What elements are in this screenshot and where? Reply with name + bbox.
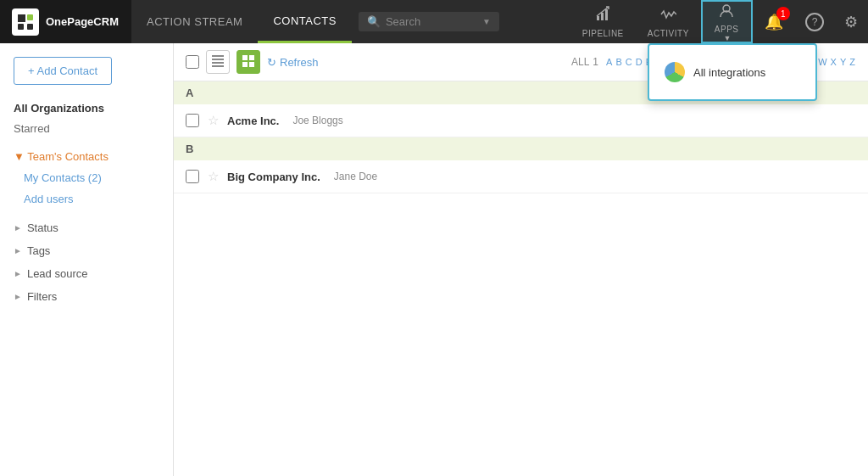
sidebar-item-tags[interactable]: ► Tags: [0, 239, 173, 262]
settings-button[interactable]: ⚙: [834, 0, 868, 43]
select-all-checkbox[interactable]: [186, 55, 199, 69]
alpha-letter-c[interactable]: C: [625, 56, 633, 68]
grid-view-icon: [242, 55, 254, 70]
logo-area: OnePageCRM: [0, 0, 131, 43]
svg-rect-14: [242, 62, 248, 67]
top-navigation: OnePageCRM ACTION STREAM CONTACTS 🔍 ▼ PI…: [0, 0, 868, 43]
add-contact-button[interactable]: + Add Contact: [14, 57, 112, 85]
svg-rect-12: [242, 55, 248, 60]
star-icon-big[interactable]: ☆: [208, 169, 219, 184]
star-icon-acme[interactable]: ☆: [208, 113, 219, 128]
svg-rect-10: [212, 62, 224, 64]
sidebar-all-orgs-group: All Organizations Starred: [0, 98, 173, 139]
all-count-label: ALL 1: [571, 56, 598, 68]
svg-rect-11: [212, 65, 224, 67]
contact-checkbox-big[interactable]: [186, 170, 199, 183]
search-input[interactable]: [386, 15, 479, 28]
sidebar-item-my-contacts[interactable]: My Contacts (2): [0, 167, 173, 188]
contact-person-acme: Joe Bloggs: [292, 115, 342, 126]
activity-label: ACTIVITY: [648, 29, 689, 38]
list-view-icon: [212, 55, 224, 70]
all-integrations-label: All integrations: [693, 66, 765, 79]
help-button[interactable]: ?: [795, 0, 834, 43]
teams-contacts-caret: ▼: [14, 150, 27, 163]
alpha-letter-a[interactable]: A: [605, 56, 613, 68]
all-integrations-item[interactable]: All integrations: [649, 53, 815, 91]
nav-apps[interactable]: APPS ▼: [701, 0, 753, 43]
sidebar-item-all-organizations[interactable]: All Organizations: [0, 98, 173, 118]
search-bar[interactable]: 🔍 ▼: [359, 12, 499, 31]
apps-dropdown: All integrations: [648, 43, 817, 101]
apps-icon: [718, 2, 735, 23]
sidebar-item-filters[interactable]: ► Filters: [0, 285, 173, 308]
sidebar: + Add Contact All Organizations Starred …: [0, 43, 174, 476]
alpha-letter-w[interactable]: W: [817, 56, 827, 68]
topnav-right-section: PIPELINE ACTIVITY APPS ▼ 🔔: [570, 0, 868, 43]
alpha-letter-y[interactable]: Y: [839, 56, 847, 68]
svg-rect-15: [249, 62, 254, 67]
contact-company-big: Big Company Inc.: [227, 171, 320, 183]
sidebar-item-lead-source[interactable]: ► Lead source: [0, 262, 173, 285]
nav-action-stream[interactable]: ACTION STREAM: [131, 0, 258, 43]
view-list-button[interactable]: [206, 50, 230, 74]
contact-person-big: Jane Doe: [334, 171, 377, 182]
svg-rect-4: [597, 16, 599, 20]
help-icon: ?: [805, 13, 824, 31]
contacts-content: ↻ Refresh ALL 1 ABCDEFGHIJKLMNOPQRSTUVWX…: [174, 43, 868, 476]
integration-icon: [665, 62, 685, 82]
notification-badge: 1: [776, 7, 790, 20]
alpha-letter-d[interactable]: D: [635, 56, 643, 68]
logo-text: OnePageCRM: [46, 15, 119, 28]
logo-icon: [12, 8, 39, 36]
refresh-icon: ↻: [267, 56, 276, 69]
search-dropdown-arrow[interactable]: ▼: [482, 17, 491, 26]
apps-label: APPS: [715, 25, 739, 34]
apps-dropdown-arrow[interactable]: ▼: [723, 34, 731, 42]
svg-rect-9: [212, 59, 224, 60]
view-grid-button[interactable]: [236, 50, 260, 74]
svg-rect-2: [18, 24, 24, 30]
svg-rect-5: [601, 13, 604, 20]
group-header-b: B: [174, 137, 868, 160]
search-icon: 🔍: [367, 15, 381, 28]
tags-caret: ►: [14, 246, 22, 255]
pipeline-label: PIPELINE: [582, 29, 624, 38]
sidebar-item-status[interactable]: ► Status: [0, 216, 173, 239]
pipeline-icon: [594, 6, 611, 27]
contact-row[interactable]: ☆ Big Company Inc. Jane Doe: [174, 160, 868, 193]
lead-source-caret: ►: [14, 269, 22, 278]
svg-rect-1: [27, 14, 33, 20]
sidebar-item-teams-contacts[interactable]: ▼ Team's Contacts: [0, 146, 173, 167]
svg-rect-0: [18, 14, 25, 22]
nav-activity[interactable]: ACTIVITY: [636, 0, 701, 43]
svg-rect-8: [212, 55, 224, 57]
filters-caret: ►: [14, 292, 22, 301]
status-caret: ►: [14, 223, 22, 232]
svg-rect-3: [27, 24, 33, 30]
nav-pipeline[interactable]: PIPELINE: [570, 0, 636, 43]
svg-rect-13: [249, 55, 254, 60]
alpha-letter-z[interactable]: Z: [849, 56, 856, 68]
nav-contacts[interactable]: CONTACTS: [258, 0, 352, 43]
alpha-letter-b[interactable]: B: [615, 56, 622, 68]
main-layout: + Add Contact All Organizations Starred …: [0, 43, 868, 476]
sidebar-item-starred[interactable]: Starred: [0, 118, 173, 139]
svg-rect-6: [605, 9, 608, 20]
settings-icon: ⚙: [844, 13, 858, 31]
nav-notifications[interactable]: 🔔 1: [753, 0, 796, 43]
alpha-letter-x[interactable]: X: [830, 56, 837, 68]
activity-icon: [659, 6, 676, 27]
contact-company-acme: Acme Inc.: [227, 115, 279, 127]
sidebar-teams-contacts-group: ▼ Team's Contacts My Contacts (2) Add us…: [0, 146, 173, 210]
contact-checkbox-acme[interactable]: [186, 114, 199, 127]
sidebar-item-add-users[interactable]: Add users: [0, 188, 173, 210]
refresh-button[interactable]: ↻ Refresh: [267, 56, 319, 69]
contact-row[interactable]: ☆ Acme Inc. Joe Bloggs: [174, 104, 868, 137]
